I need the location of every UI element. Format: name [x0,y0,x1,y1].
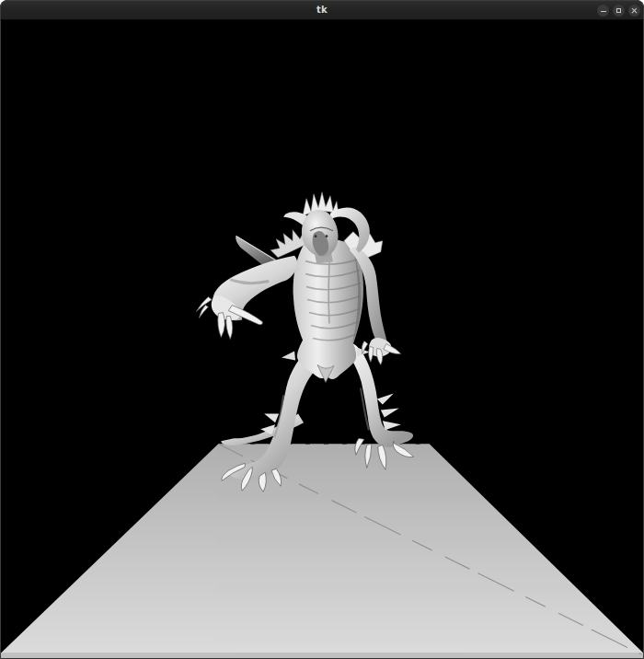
3d-viewport[interactable] [0,20,644,659]
minimize-icon [601,11,606,13]
tk-window: tk [0,0,644,659]
scene-canvas [1,20,643,658]
close-button[interactable] [628,5,640,17]
window-title: tk [316,6,328,15]
maximize-icon [616,8,621,13]
titlebar[interactable]: tk [0,0,644,20]
maximize-button[interactable] [613,5,625,17]
minimize-button[interactable] [597,5,609,17]
left-eye [315,235,317,237]
window-controls [597,5,640,17]
right-eye [326,235,328,237]
